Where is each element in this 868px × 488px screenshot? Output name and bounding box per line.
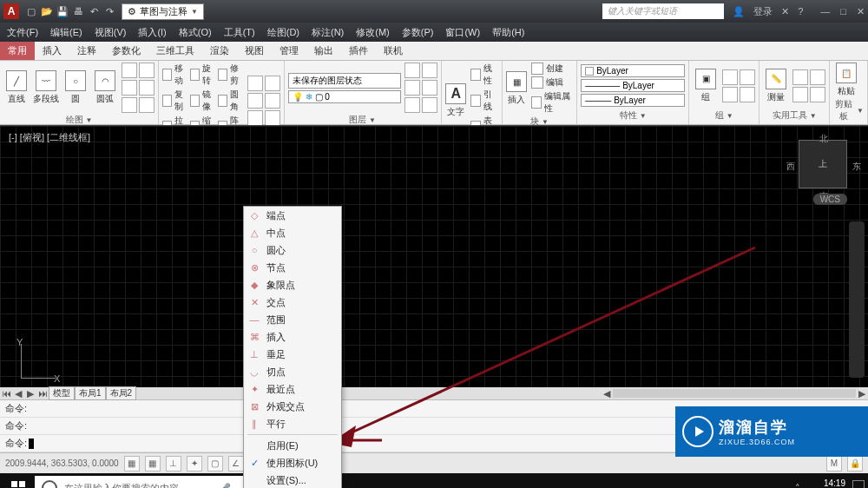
save-icon[interactable]: 💾 (56, 4, 69, 18)
sb-polar[interactable]: ✦ (187, 456, 202, 472)
signin-label[interactable]: 登录 (753, 5, 773, 18)
tab-first-icon[interactable]: ⏮ (0, 388, 12, 399)
navigation-bar[interactable] (849, 221, 865, 378)
layer-state-dropdown[interactable]: 未保存的图层状态 (288, 73, 401, 89)
snap-enable[interactable]: 启用(E) (244, 437, 341, 454)
new-icon[interactable]: ▢ (24, 4, 38, 18)
scroll-left-icon[interactable]: ◀ (601, 388, 613, 399)
snap-parallel[interactable]: ∥平行 (244, 415, 341, 432)
snap-perpendicular[interactable]: ⊥垂足 (244, 346, 341, 363)
view-cube[interactable]: 上 (799, 140, 847, 188)
taskbar-clock[interactable]: 14:19 2018/12/23 (802, 478, 845, 488)
panel-clip-label[interactable]: 剪贴板▼ (833, 97, 864, 123)
insert-block-button[interactable]: ▦插入 (506, 71, 528, 106)
circle-button[interactable]: ○圆 (62, 70, 89, 105)
sb-grid[interactable]: ▦ (145, 456, 161, 472)
menu-file[interactable]: 文件(F) (7, 26, 38, 39)
help-icon[interactable]: ? (798, 6, 803, 16)
exchange-icon[interactable]: ✕ (781, 6, 789, 17)
tab-render[interactable]: 渲染 (202, 42, 237, 60)
snap-use-icons[interactable]: ✓使用图标(U) (244, 454, 341, 472)
snap-extension[interactable]: —范围 (244, 311, 341, 328)
app-logo-icon[interactable]: A (3, 3, 19, 19)
mic-icon[interactable]: 🎤 (219, 483, 236, 489)
tab-home[interactable]: 常用 (0, 42, 35, 60)
print-icon[interactable]: 🖶 (71, 4, 85, 18)
scroll-right-icon[interactable]: ▶ (856, 388, 868, 399)
menu-format[interactable]: 格式(O) (179, 26, 212, 39)
snap-center[interactable]: ○圆心 (244, 241, 341, 259)
tab-parametric[interactable]: 参数化 (104, 42, 148, 60)
maximize-icon[interactable]: □ (840, 6, 846, 17)
undo-icon[interactable]: ↶ (87, 4, 101, 18)
taskbar-search[interactable]: 在这里输入你要搜索的内容 🎤 (35, 476, 243, 488)
move-button[interactable]: 移动 旋转 修剪 (162, 63, 244, 87)
menu-help[interactable]: 帮助(H) (492, 26, 524, 39)
workspace-dropdown[interactable]: ⚙ 草图与注释 ▼ (122, 3, 204, 20)
edit-block-button[interactable]: 编辑 (531, 76, 573, 89)
menu-dimension[interactable]: 标注(N) (312, 26, 344, 39)
menu-window[interactable]: 窗口(W) (445, 26, 480, 39)
panel-util-label[interactable]: 实用工具▼ (763, 109, 825, 122)
tab-prev-icon[interactable]: ◀ (12, 388, 24, 399)
tray-notification-icon[interactable] (852, 480, 865, 488)
copy-button[interactable]: 复制 镜像 圆角 (162, 89, 244, 113)
panel-prop-label[interactable]: 特性▼ (581, 109, 685, 122)
line-button[interactable]: ╱直线 (3, 70, 30, 105)
text-button[interactable]: A文字 (445, 83, 468, 118)
linetype-dropdown[interactable]: ——— ByLayer (581, 94, 685, 107)
lineweight-dropdown[interactable]: ———— ByLayer (581, 79, 685, 92)
sb-model[interactable]: M (826, 456, 842, 472)
leader-button[interactable]: 引线 (470, 89, 497, 113)
create-block-button[interactable]: 创建 (531, 63, 573, 75)
help-search-input[interactable]: 键入关键字或短语 (602, 3, 724, 19)
snap-intersection[interactable]: ✕交点 (244, 293, 341, 311)
sb-otrack[interactable]: ∠ (228, 456, 244, 472)
tab-output[interactable]: 输出 (306, 42, 341, 60)
model-tab[interactable]: 模型 (49, 386, 75, 400)
h-scrollbar[interactable] (613, 389, 856, 398)
wcs-label[interactable]: WCS (813, 194, 847, 205)
snap-apparent[interactable]: ⊠外观交点 (244, 398, 341, 415)
modify-more[interactable] (247, 76, 280, 126)
polyline-button[interactable]: 〰多段线 (33, 70, 59, 105)
menu-view[interactable]: 视图(V) (95, 26, 127, 39)
menu-modify[interactable]: 修改(M) (356, 26, 390, 39)
edit-attr-button[interactable]: 编辑属性 (531, 90, 573, 115)
start-button[interactable] (3, 475, 33, 488)
sb-ann[interactable]: 🔒 (847, 456, 863, 472)
draw-more[interactable] (122, 63, 155, 113)
sb-snap[interactable]: ▦ (124, 456, 140, 472)
snap-tangent[interactable]: ◡切点 (244, 363, 341, 380)
minimize-icon[interactable]: — (820, 6, 830, 17)
snap-endpoint[interactable]: ◇端点 (244, 207, 341, 224)
snap-node[interactable]: ⊗节点 (244, 259, 341, 276)
layout2-tab[interactable]: 布局2 (106, 386, 137, 400)
sb-ortho[interactable]: ⊥ (166, 456, 181, 472)
tab-3dtools[interactable]: 三维工具 (148, 42, 202, 60)
layer-more[interactable] (404, 63, 437, 113)
tab-next-icon[interactable]: ▶ (24, 388, 36, 399)
menu-insert[interactable]: 插入(I) (138, 26, 166, 39)
tray-up-icon[interactable]: ˄ (795, 483, 800, 489)
color-dropdown[interactable]: ByLayer (581, 64, 685, 77)
drawing-area[interactable]: [-] [俯视] [二维线框] 上 北 东 南 西 WCS Y X ⏮ ◀ ▶ … (0, 125, 868, 399)
layout1-tab[interactable]: 布局1 (75, 386, 106, 400)
paste-button[interactable]: 📋粘贴 (833, 63, 859, 97)
open-icon[interactable]: 📂 (40, 4, 54, 18)
snap-quadrant[interactable]: ◆象限点 (244, 276, 341, 293)
signin-icon[interactable]: 👤 (733, 6, 745, 17)
menu-draw[interactable]: 绘图(D) (267, 26, 299, 39)
group-button[interactable]: ▣组 (693, 69, 719, 103)
close-icon[interactable]: ✕ (857, 6, 865, 17)
tab-view[interactable]: 视图 (237, 42, 272, 60)
panel-group-label[interactable]: 组▼ (693, 109, 755, 122)
snap-settings[interactable]: 设置(S)... (244, 472, 341, 488)
snap-insertion[interactable]: ⌘插入 (244, 328, 341, 346)
menu-param[interactable]: 参数(P) (402, 26, 434, 39)
menu-edit[interactable]: 编辑(E) (50, 26, 82, 39)
tab-plugins[interactable]: 插件 (341, 42, 376, 60)
tab-last-icon[interactable]: ⏭ (36, 388, 49, 399)
tab-manage[interactable]: 管理 (272, 42, 306, 60)
sb-osnap[interactable]: ▢ (207, 456, 223, 472)
